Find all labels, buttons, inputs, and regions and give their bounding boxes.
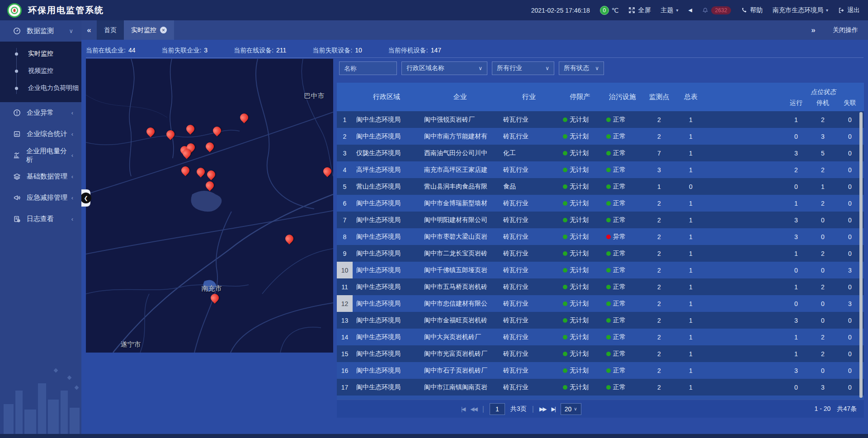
next-page-icon[interactable]: ▶▶	[539, 406, 546, 412]
sidebar-subitem-0-0[interactable]: 实时监控	[0, 45, 81, 62]
sidebar-item-6[interactable]: 日志查看‹	[0, 208, 81, 230]
table-row[interactable]: 4高坪生态环境局南充市高坪区王家店建砖瓦行业无计划正常31220	[337, 161, 864, 178]
table-row[interactable]: 7阆中生态环境局阆中明阳建材有限公司砖瓦行业无计划正常21300	[337, 212, 864, 228]
sidebar-item-3[interactable]: 企业用电量分析‹	[0, 145, 81, 166]
cell-running: 2	[783, 161, 810, 178]
page-size-select[interactable]: 20 ∨	[561, 403, 581, 415]
cell-region: 阆中生态环境局	[353, 362, 420, 379]
table-row[interactable]: 9阆中生态环境局阆中市二龙长宝页岩砖砖瓦行业无计划正常21120	[337, 245, 864, 262]
close-icon[interactable]: ✕	[160, 27, 167, 33]
table-row[interactable]: 2阆中生态环境局阆中市南方节能建材有砖瓦行业无计划正常21030	[337, 128, 864, 145]
table-row[interactable]: 6阆中生态环境局阆中市金博瑞新型墙材砖瓦行业无计划正常21120	[337, 195, 864, 212]
help-button[interactable]: 帮助	[741, 6, 763, 14]
table-row[interactable]: 10阆中生态环境局阆中千佛镇五郎垭页岩砖瓦行业无计划正常21003	[337, 262, 864, 278]
status-dot-icon	[563, 168, 567, 172]
status-dot-icon	[563, 218, 567, 222]
cell-spacer	[707, 111, 783, 128]
layers-icon	[13, 173, 21, 181]
sidebar-item-4[interactable]: 基础数据管理‹	[0, 166, 81, 187]
cell-company: 阆中市南方节能建材有	[420, 128, 500, 145]
tabs-scroll-left-icon[interactable]: «	[81, 20, 97, 40]
table-row[interactable]: 14阆中生态环境局阆中大兴页岩机砖厂砖瓦行业无计划正常21120	[337, 329, 864, 345]
table-row[interactable]: 17阆中生态环境局阆中市江南镇阆南页岩砖瓦行业无计划正常21030	[337, 379, 864, 396]
cell-stopped: 2	[810, 111, 836, 128]
stat-value: 147	[431, 47, 441, 55]
sidebar-item-2[interactable]: 企业综合统计‹	[0, 123, 81, 145]
table-row[interactable]: 12阆中生态环境局阆中市忠信建材有限公砖瓦行业无计划正常21003	[337, 295, 864, 312]
table-row[interactable]: 3仪陇生态环境局西南油气田分公司川中化工无计划正常71350	[337, 145, 864, 161]
cell-spacer	[707, 212, 783, 228]
sidebar-item-1[interactable]: 企业异常‹	[0, 102, 81, 123]
status-dot-icon	[606, 318, 611, 323]
theme-menu[interactable]: 主题 ▾	[660, 6, 678, 14]
table-scrollbar[interactable]	[859, 112, 863, 398]
map-panel[interactable]: 巴中市南充市遂宁市	[86, 59, 333, 353]
status-text: 无计划	[570, 300, 589, 308]
table-row[interactable]: 18南部生态环境局南部县砚化水泥有限公建材加工无计划正常60060	[337, 396, 864, 400]
row-number: 12	[337, 295, 353, 312]
table-row[interactable]: 8阆中生态环境局阆中市枣碧大梁山页岩砖瓦行业无计划异常21300	[337, 228, 864, 245]
cell-spacer	[707, 278, 783, 295]
tab-0[interactable]: 首页	[97, 20, 124, 40]
cell-production: 无计划	[558, 245, 602, 262]
cell-meters: 1	[675, 228, 707, 245]
cell-facility: 异常	[602, 228, 643, 245]
cell-industry: 砖瓦行业	[500, 128, 558, 145]
cell-industry: 食品	[500, 178, 558, 195]
prev-page-icon[interactable]: ◀◀	[470, 406, 476, 412]
status-select[interactable]: 所有状态 ∨	[559, 61, 604, 75]
status-text: 正常	[613, 350, 626, 358]
tabs-scroll-right-icon[interactable]: »	[806, 26, 821, 35]
stat-value: 44	[128, 47, 136, 55]
table-row[interactable]: 1阆中生态环境局阆中强锐页岩砖厂砖瓦行业无计划正常21120	[337, 111, 864, 128]
cell-stopped: 0	[810, 262, 836, 278]
logout-button[interactable]: 退出	[838, 6, 860, 14]
close-actions-menu[interactable]: 关闭操作	[833, 26, 858, 34]
status-dot-icon	[606, 335, 611, 339]
cell-company: 阆中市金博瑞新型墙材	[420, 195, 500, 212]
last-page-icon[interactable]: ▶|	[551, 406, 555, 412]
name-search-input[interactable]	[339, 61, 397, 75]
cell-stopped: 3	[810, 379, 836, 396]
table-row[interactable]: 5营山生态环境局营山县润丰肉食品有限食品无计划正常10010	[337, 178, 864, 195]
table-row[interactable]: 13阆中生态环境局阆中市金福旺页岩机砖砖瓦行业无计划正常21300	[337, 312, 864, 329]
row-number: 18	[337, 396, 353, 400]
tab-1[interactable]: 实时监控✕	[124, 20, 174, 40]
sidebar-subitem-0-1[interactable]: 视频监控	[0, 62, 81, 80]
fullscreen-button[interactable]: 全屏	[628, 6, 651, 14]
cell-region: 阆中生态环境局	[353, 329, 420, 345]
sidebar-item-5[interactable]: 应急减排管理‹	[0, 187, 81, 208]
table-row[interactable]: 11阆中生态环境局阆中市五马桥页岩机砖砖瓦行业无计划正常21120	[337, 278, 864, 295]
column-points: 监测点	[643, 83, 675, 111]
cell-stopped: 2	[810, 345, 836, 362]
sidebar-subitem-0-2[interactable]: 企业电力负荷明细	[0, 80, 81, 97]
sidebar-item-0[interactable]: 数据监测∨	[0, 20, 81, 42]
table-row[interactable]: 16阆中生态环境局阆中市石子页岩机砖厂砖瓦行业无计划正常21300	[337, 362, 864, 379]
industry-select[interactable]: 所有行业 ∨	[492, 61, 554, 75]
cell-industry: 砖瓦行业	[500, 228, 558, 245]
cell-company: 阆中市江南镇阆南页岩	[420, 379, 500, 396]
notifications[interactable]: 2632	[702, 6, 731, 14]
first-page-icon[interactable]: |◀	[461, 406, 465, 412]
status-text: 无计划	[570, 116, 589, 124]
page-number-input[interactable]: 1	[490, 403, 505, 415]
map-collapse-handle[interactable]: ❮	[81, 189, 90, 207]
cell-spacer	[707, 178, 783, 195]
cell-region: 阆中生态环境局	[353, 212, 420, 228]
status-text: 正常	[613, 166, 626, 174]
table-row[interactable]: 15阆中生态环境局阆中市光富页岩机砖厂砖瓦行业无计划正常21120	[337, 345, 864, 362]
cell-industry: 砖瓦行业	[500, 245, 558, 262]
cell-spacer	[707, 329, 783, 345]
cell-meters: 1	[675, 161, 707, 178]
status-dot-icon	[563, 318, 567, 323]
status-dot-icon	[606, 268, 611, 273]
region-select[interactable]: 行政区域名称 ∨	[401, 61, 487, 75]
status-dot-icon	[606, 352, 611, 356]
org-menu[interactable]: 南充市生态环境局 ▾	[773, 6, 828, 14]
cell-points: 2	[643, 312, 675, 329]
cell-facility: 正常	[602, 396, 643, 400]
chevron-down-icon: ∨	[69, 28, 73, 34]
cell-points: 2	[643, 245, 675, 262]
mute-button[interactable]: ◀	[689, 7, 692, 13]
row-number: 2	[337, 128, 353, 145]
